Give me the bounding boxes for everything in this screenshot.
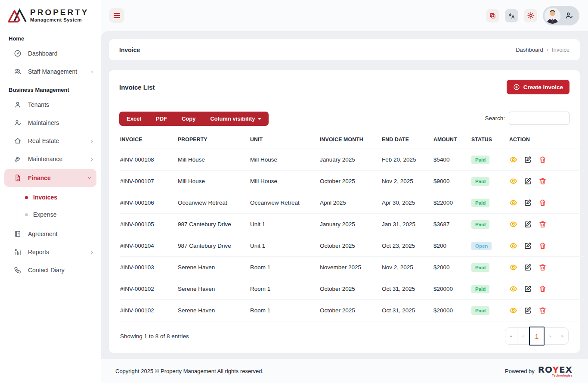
view-icon[interactable]	[509, 306, 517, 314]
edit-icon[interactable]	[524, 156, 532, 164]
delete-icon[interactable]	[538, 220, 547, 228]
sidebar-item-staff-management[interactable]: Staff Management ›	[0, 62, 101, 81]
delete-icon[interactable]	[538, 263, 547, 271]
sidebar-item-maintenance[interactable]: Maintenance ›	[0, 150, 101, 168]
col-header-status[interactable]: STATUS	[471, 131, 509, 149]
sidebar-item-label: Tenants	[28, 101, 93, 108]
cell-end-date: Feb 20, 2025	[382, 149, 433, 171]
sidebar-item-dashboard[interactable]: Dashboard	[0, 44, 101, 62]
edit-icon[interactable]	[524, 220, 532, 228]
edit-icon[interactable]	[524, 242, 532, 250]
cell-invoice: #INV-000107	[120, 171, 178, 192]
cell-month: January 2025	[320, 214, 382, 235]
column-visibility-button[interactable]: Column visibility	[203, 112, 268, 126]
real-estate-icon	[14, 137, 22, 145]
sidebar-item-maintainers[interactable]: Maintainers	[0, 114, 101, 132]
col-header-invoice-month[interactable]: INVOICE MONTH	[320, 131, 382, 149]
vendor-logo[interactable]: ROYEX Technologies	[538, 365, 573, 377]
copy-icon[interactable]	[486, 9, 499, 22]
cell-invoice: #INV-000102	[120, 278, 178, 300]
cell-end-date: Oct 31, 2025	[382, 300, 433, 321]
col-header-amount[interactable]: AMOUNT	[433, 131, 471, 149]
view-icon[interactable]	[509, 285, 517, 293]
edit-icon[interactable]	[524, 263, 532, 271]
cell-unit: Room 1	[250, 278, 320, 300]
edit-icon[interactable]	[524, 306, 532, 314]
pagination-next-button[interactable]: ›	[544, 328, 556, 344]
search-label: Search:	[485, 115, 505, 121]
sidebar-item-reports[interactable]: Reports ›	[0, 243, 101, 261]
col-header-property[interactable]: PROPERTY	[178, 131, 250, 149]
app-logo[interactable]: PROPERTY Management System	[0, 0, 101, 29]
col-header-invoice[interactable]: INVOICE	[120, 131, 178, 149]
delete-icon[interactable]	[538, 242, 547, 250]
table-row: #INV-000103 Serene Haven Room 1 November…	[120, 257, 585, 278]
breadcrumb-dashboard-link[interactable]: Dashboard	[516, 47, 543, 53]
sidebar-item-tenants[interactable]: Tenants	[0, 96, 101, 114]
staff-icon	[14, 68, 22, 75]
search-input[interactable]	[509, 112, 569, 125]
sidebar-item-label: Contact Diary	[28, 267, 93, 274]
col-header-end-date[interactable]: END DATE	[382, 131, 433, 149]
view-icon[interactable]	[509, 263, 517, 271]
sidebar-item-finance[interactable]: Finance ›	[4, 169, 96, 187]
edit-icon[interactable]	[524, 177, 532, 185]
edit-icon[interactable]	[524, 285, 532, 293]
table-toolbar: Excel PDF Copy Column visibility Search:	[109, 104, 580, 131]
create-invoice-button[interactable]: Create Invoice	[507, 80, 569, 94]
view-icon[interactable]	[509, 220, 517, 228]
translate-icon[interactable]	[505, 9, 518, 22]
sidebar-item-real-estate[interactable]: Real Estate ›	[0, 132, 101, 150]
reports-icon	[14, 248, 22, 256]
powered-by-label: Powered by	[505, 368, 535, 374]
card-title: Invoice List	[119, 84, 155, 91]
col-header-unit[interactable]: UNIT	[250, 131, 320, 149]
menu-icon[interactable]	[109, 8, 124, 23]
pagination-page-1[interactable]: 1	[529, 327, 545, 346]
copy-button[interactable]: Copy	[174, 112, 203, 126]
view-icon[interactable]	[509, 156, 517, 164]
table-row: #INV-000107 Mill House Mill House Octobe…	[120, 171, 585, 192]
cell-amount: $20000	[433, 278, 471, 300]
cell-amount: $5400	[433, 149, 471, 171]
sidebar-item-label: Staff Management	[28, 68, 91, 75]
sidebar-subitem-invoices[interactable]: Invoices	[0, 189, 101, 206]
finance-submenu: Invoices Expense	[0, 188, 101, 225]
delete-icon[interactable]	[538, 199, 547, 207]
brand-name: PROPERTY	[30, 8, 89, 16]
cell-month: November 2025	[320, 257, 382, 278]
status-badge: Paid	[471, 156, 489, 164]
cell-unit: Room 1	[250, 257, 320, 278]
delete-icon[interactable]	[538, 285, 547, 293]
delete-icon[interactable]	[538, 156, 547, 164]
view-icon[interactable]	[509, 177, 517, 185]
pagination-prev-button[interactable]: ‹	[517, 328, 529, 344]
cell-unit: Unit 1	[250, 235, 320, 257]
settings-icon[interactable]	[524, 9, 537, 22]
pdf-button[interactable]: PDF	[149, 112, 174, 126]
cell-property: Serene Haven	[178, 300, 250, 321]
excel-button[interactable]: Excel	[119, 112, 149, 126]
pagination-last-button[interactable]: »	[556, 328, 568, 344]
delete-icon[interactable]	[538, 306, 547, 314]
pagination-first-button[interactable]: «	[505, 328, 517, 344]
cell-property: Oceanview Retreat	[178, 192, 250, 214]
table-row: #INV-000104 987 Cantebury Drive Unit 1 O…	[120, 235, 585, 257]
cell-end-date: Jan 31, 2025	[382, 214, 433, 235]
cell-month: October 2025	[320, 300, 382, 321]
view-icon[interactable]	[509, 199, 517, 207]
delete-icon[interactable]	[538, 177, 547, 185]
sidebar-item-agreement[interactable]: Agreement	[0, 225, 101, 243]
column-visibility-label: Column visibility	[210, 115, 255, 122]
edit-icon[interactable]	[524, 199, 532, 207]
sidebar-item-contact-diary[interactable]: Contact Diary	[0, 261, 101, 279]
cell-invoice: #INV-000108	[120, 149, 178, 171]
vendor-logo-part: EX	[559, 364, 573, 375]
sidebar-subitem-expense[interactable]: Expense	[0, 206, 101, 223]
chevron-down-icon: ›	[87, 177, 93, 179]
user-profile-button[interactable]	[543, 6, 579, 25]
avatar	[545, 8, 560, 24]
view-icon[interactable]	[509, 242, 517, 250]
cell-unit: Room 1	[250, 300, 320, 321]
table-row: #INV-000102 Serene Haven Room 1 October …	[120, 300, 585, 321]
